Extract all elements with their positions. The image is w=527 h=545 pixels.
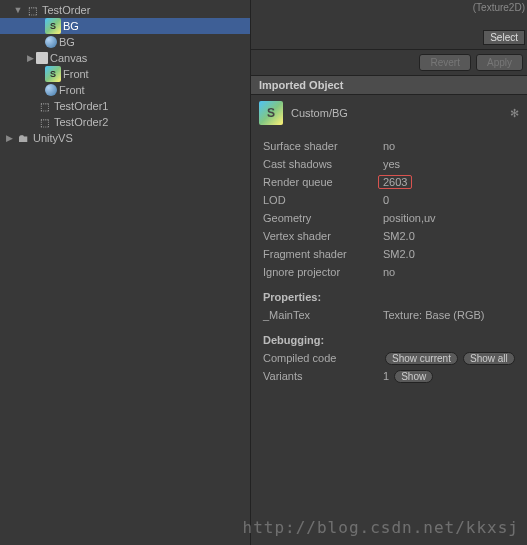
property-value: no <box>383 266 395 278</box>
hierarchy-item[interactable]: Front <box>0 82 250 98</box>
property-row: LOD0 <box>263 191 515 209</box>
property-label: Render queue <box>263 176 383 188</box>
property-value: 0 <box>383 194 389 206</box>
hierarchy-item[interactable]: SFront <box>0 66 250 82</box>
folder-icon: 🖿 <box>15 130 31 146</box>
debugging-header: Debugging: <box>263 334 515 346</box>
hierarchy-item-label: BG <box>63 20 79 32</box>
hierarchy-item[interactable]: BG <box>0 34 250 50</box>
gear-icon[interactable]: ✻ <box>510 107 519 120</box>
properties-header: Properties: <box>263 291 515 303</box>
hierarchy-item[interactable]: ▶🖿UnityVS <box>0 130 250 146</box>
maintex-value: Texture: Base (RGB) <box>383 309 484 321</box>
hierarchy-item-label: TestOrder2 <box>54 116 108 128</box>
material-icon <box>45 84 57 96</box>
property-row: Render queue2603 <box>263 173 515 191</box>
show-variants-button[interactable]: Show <box>394 370 433 383</box>
hierarchy-item[interactable]: ⬚TestOrder1 <box>0 98 250 114</box>
property-label: Surface shader <box>263 140 383 152</box>
shader-header-row: S Custom/BG ✻ <box>251 95 527 131</box>
hierarchy-item[interactable]: ▼⬚TestOrder <box>0 2 250 18</box>
hierarchy-item-label: Front <box>63 68 89 80</box>
variants-value: 1 <box>383 370 389 382</box>
property-value: yes <box>383 158 400 170</box>
shader-asset-icon: S <box>45 18 61 34</box>
hierarchy-item-label: Front <box>59 84 85 96</box>
canvas-icon <box>36 52 48 64</box>
property-row: Fragment shaderSM2.0 <box>263 245 515 263</box>
expand-toggle[interactable]: ▼ <box>12 5 24 15</box>
shader-properties: Surface shadernoCast shadowsyesRender qu… <box>251 131 527 391</box>
hierarchy-item[interactable]: SBG <box>0 18 250 34</box>
gameobject-icon: ⬚ <box>24 2 40 18</box>
hierarchy-panel: ▼⬚TestOrderSBGBG▶CanvasSFrontFront⬚TestO… <box>0 0 250 545</box>
gameobject-icon: ⬚ <box>36 98 52 114</box>
property-value: no <box>383 140 395 152</box>
property-row: Cast shadowsyes <box>263 155 515 173</box>
hierarchy-item-label: TestOrder1 <box>54 100 108 112</box>
expand-toggle[interactable]: ▶ <box>24 53 36 63</box>
property-value: 2603 <box>378 175 412 189</box>
property-row: Geometryposition,uv <box>263 209 515 227</box>
hierarchy-item-label: TestOrder <box>42 4 90 16</box>
select-button[interactable]: Select <box>483 30 525 45</box>
property-label: Cast shadows <box>263 158 383 170</box>
property-value: SM2.0 <box>383 248 415 260</box>
property-label: Ignore projector <box>263 266 383 278</box>
imported-object-header: Imported Object <box>251 76 527 95</box>
property-label: Geometry <box>263 212 383 224</box>
shader-asset-icon: S <box>45 66 61 82</box>
property-label: Vertex shader <box>263 230 383 242</box>
variants-label: Variants <box>263 370 383 382</box>
maintex-label: _MainTex <box>263 309 383 321</box>
hierarchy-item-label: Canvas <box>50 52 87 64</box>
shader-name: Custom/BG <box>291 107 348 119</box>
action-buttons: Revert Apply <box>251 50 527 76</box>
property-row: Ignore projectorno <box>263 263 515 281</box>
material-icon <box>45 36 57 48</box>
hierarchy-item-label: UnityVS <box>33 132 73 144</box>
show-all-button[interactable]: Show all <box>463 352 515 365</box>
hierarchy-item[interactable]: ▶Canvas <box>0 50 250 66</box>
inspector-panel: (Texture2D) Select Revert Apply Imported… <box>250 0 527 545</box>
property-value: SM2.0 <box>383 230 415 242</box>
revert-button[interactable]: Revert <box>419 54 470 71</box>
compiled-code-label: Compiled code <box>263 352 383 364</box>
preview-area: (Texture2D) Select <box>251 0 527 50</box>
hierarchy-item[interactable]: ⬚TestOrder2 <box>0 114 250 130</box>
gameobject-icon: ⬚ <box>36 114 52 130</box>
property-label: Fragment shader <box>263 248 383 260</box>
show-current-button[interactable]: Show current <box>385 352 458 365</box>
texture-type-label: (Texture2D) <box>473 2 525 13</box>
hierarchy-item-label: BG <box>59 36 75 48</box>
property-row: Vertex shaderSM2.0 <box>263 227 515 245</box>
apply-button[interactable]: Apply <box>476 54 523 71</box>
expand-toggle[interactable]: ▶ <box>3 133 15 143</box>
property-value: position,uv <box>383 212 436 224</box>
shader-icon: S <box>259 101 283 125</box>
property-label: LOD <box>263 194 383 206</box>
property-row: Surface shaderno <box>263 137 515 155</box>
